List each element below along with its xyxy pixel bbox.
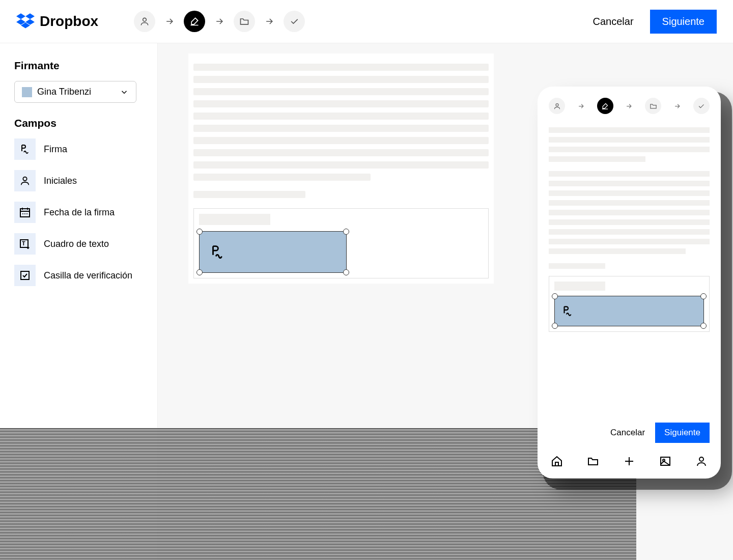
placeholder-line (193, 191, 305, 198)
placeholder-line (193, 161, 489, 169)
field-signature[interactable]: Firma (14, 138, 143, 160)
mobile-preview: Cancelar Siguiente (538, 87, 721, 479)
brand-name: Dropbox (40, 13, 98, 30)
placeholder-line (549, 190, 710, 196)
placeholder-line (549, 263, 605, 269)
field-textbox[interactable]: T Cuadro de texto (14, 233, 143, 255)
signature-icon (209, 243, 226, 261)
mobile-nav-bar (549, 452, 710, 467)
chevron-down-icon (120, 88, 129, 97)
placeholder-line (549, 127, 710, 133)
field-list: Firma Iniciales Fecha de la firma T Cuad… (14, 138, 143, 286)
signature-icon (19, 143, 31, 155)
step-done[interactable] (284, 11, 305, 32)
cancel-button[interactable]: Cancelar (593, 16, 634, 27)
resize-handle[interactable] (700, 293, 707, 299)
next-button[interactable]: Siguiente (650, 10, 717, 34)
field-initials[interactable]: Iniciales (14, 170, 143, 191)
person-icon (19, 175, 31, 186)
arrow-icon (214, 16, 224, 26)
placeholder-line (549, 137, 710, 143)
next-button[interactable]: Siguiente (655, 423, 710, 443)
cancel-button[interactable]: Cancelar (610, 428, 645, 438)
placeholder-line (549, 147, 710, 152)
plus-icon[interactable] (623, 455, 635, 467)
placeholder-line (193, 100, 489, 107)
placeholder-line (193, 88, 489, 95)
signature-icon (561, 304, 574, 318)
home-icon[interactable] (551, 455, 563, 467)
header-actions: Cancelar Siguiente (593, 10, 717, 34)
arrow-icon (673, 102, 681, 110)
placeholder-line (549, 171, 710, 177)
folder-icon[interactable] (587, 455, 599, 467)
dropbox-icon (16, 13, 35, 30)
signer-select[interactable]: Gina Tribenzi (14, 81, 136, 103)
resize-handle[interactable] (343, 229, 349, 235)
signer-color-chip (22, 87, 32, 97)
resize-handle[interactable] (700, 323, 707, 329)
field-label: Fecha de la firma (44, 207, 115, 218)
placeholder-line (549, 200, 710, 206)
image-icon[interactable] (659, 455, 671, 467)
placeholder-line (549, 229, 710, 235)
placeholder-line (193, 64, 489, 71)
placeholder-line (193, 125, 489, 132)
step-folder[interactable] (645, 98, 661, 114)
signature-field[interactable] (199, 231, 347, 273)
resize-handle[interactable] (343, 269, 349, 275)
mobile-document (549, 123, 710, 332)
resize-handle[interactable] (552, 323, 558, 329)
placeholder-line (549, 210, 710, 215)
placeholder-line (193, 137, 489, 144)
mobile-wizard-steps (549, 98, 710, 114)
signature-box-container (549, 276, 710, 332)
arrow-icon (264, 16, 274, 26)
placeholder-line (193, 174, 371, 181)
step-folder[interactable] (234, 11, 255, 32)
placeholder-line (549, 239, 710, 244)
step-signer[interactable] (549, 98, 565, 114)
placeholder-line (193, 113, 489, 120)
date-icon (19, 206, 31, 218)
placeholder-line (549, 219, 710, 225)
resize-handle[interactable] (196, 269, 203, 275)
placeholder-line (549, 181, 710, 186)
signer-name: Gina Tribenzi (37, 87, 91, 97)
arrow-icon (164, 16, 175, 26)
person-icon[interactable] (695, 455, 708, 467)
step-signer[interactable] (134, 11, 155, 32)
placeholder-line (193, 76, 489, 83)
wizard-steps (134, 11, 305, 32)
field-label: Iniciales (44, 176, 77, 186)
logo: Dropbox (16, 13, 98, 30)
arrow-icon (625, 102, 633, 110)
checkbox-icon (19, 269, 31, 282)
step-sign[interactable] (184, 11, 205, 32)
placeholder-line (193, 149, 489, 156)
field-label: Casilla de verificación (44, 270, 132, 281)
placeholder-label (554, 282, 605, 291)
field-date[interactable]: Fecha de la firma (14, 202, 143, 223)
placeholder-label (199, 214, 270, 225)
document-preview (188, 53, 494, 284)
resize-handle[interactable] (552, 293, 558, 299)
signer-heading: Firmante (14, 60, 143, 72)
svg-text:T: T (22, 240, 25, 246)
step-done[interactable] (693, 98, 710, 114)
resize-handle[interactable] (196, 229, 203, 235)
placeholder-line (549, 156, 645, 162)
step-sign[interactable] (597, 98, 613, 114)
arrow-icon (577, 102, 585, 110)
field-label: Cuadro de texto (44, 239, 109, 249)
field-checkbox[interactable]: Casilla de verificación (14, 265, 143, 286)
field-label: Firma (44, 144, 67, 155)
placeholder-line (549, 248, 686, 254)
fields-heading: Campos (14, 117, 143, 129)
header: Dropbox Cancelar Siguiente (0, 0, 733, 43)
signature-field[interactable] (554, 296, 704, 326)
mobile-actions: Cancelar Siguiente (549, 423, 710, 443)
signature-box-container (193, 208, 489, 278)
textbox-icon: T (19, 238, 31, 250)
